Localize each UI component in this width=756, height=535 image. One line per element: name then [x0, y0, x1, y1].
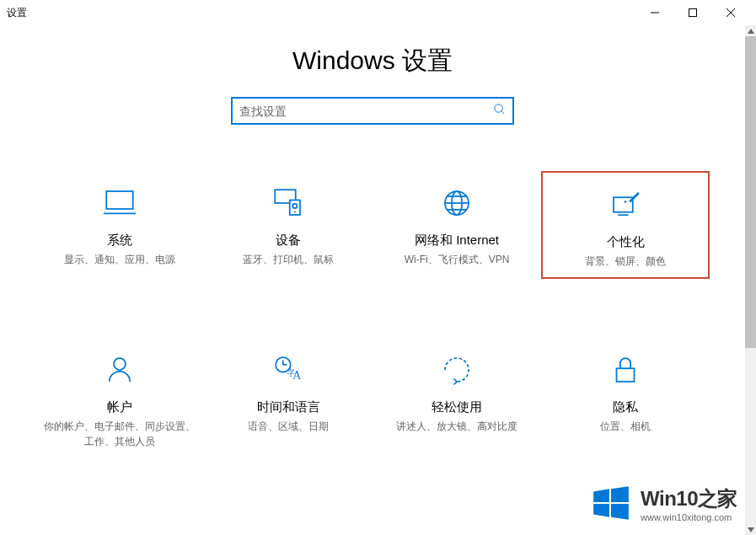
watermark-title: Win10之家: [641, 485, 737, 512]
tile-title: 隐私: [613, 399, 638, 415]
watermark: Win10之家 www.win10xitong.com: [590, 483, 737, 525]
tile-title: 系统: [107, 233, 132, 249]
tile-accounts[interactable]: 帐户 你的帐户、电子邮件、同步设置、工作、其他人员: [35, 338, 204, 457]
globe-icon: [439, 184, 475, 222]
maximize-button[interactable]: [673, 0, 711, 25]
tile-desc: 讲述人、放大镜、高对比度: [396, 419, 517, 434]
svg-rect-1: [689, 9, 696, 17]
main-content: Windows 设置 系统 显示、通知、应用、电源: [0, 25, 745, 535]
tile-network[interactable]: 网络和 Internet Wi-Fi、飞行模式、VPN: [373, 171, 541, 279]
tile-privacy[interactable]: 隐私 位置、相机: [541, 338, 710, 457]
tile-update[interactable]: [35, 516, 204, 535]
scrollbar-thumb[interactable]: [745, 36, 756, 348]
search-wrap: [0, 97, 745, 125]
svg-marker-31: [748, 29, 754, 34]
svg-marker-34: [611, 486, 629, 502]
lock-icon: [608, 350, 643, 389]
svg-marker-33: [593, 489, 609, 502]
tile-desc: 显示、通知、应用、电源: [64, 252, 175, 267]
tile-title: 轻松使用: [432, 399, 482, 415]
tile-title: 网络和 Internet: [415, 233, 499, 249]
search-input[interactable]: [239, 104, 493, 118]
windows-logo-icon: [590, 483, 632, 525]
svg-rect-20: [614, 197, 633, 212]
scrollbar[interactable]: [745, 25, 756, 535]
ease-of-access-icon: [439, 350, 475, 389]
tile-devices[interactable]: 设备 蓝牙、打印机、鼠标: [204, 171, 373, 279]
tile-time-language[interactable]: A字 时间和语言 语音、区域、日期: [204, 338, 373, 457]
minimize-icon: [651, 8, 659, 17]
svg-point-14: [294, 211, 296, 212]
svg-rect-7: [106, 191, 133, 209]
svg-marker-36: [611, 504, 629, 520]
svg-point-24: [114, 358, 126, 370]
maximize-icon: [689, 8, 697, 17]
svg-marker-32: [748, 527, 754, 532]
tile-system[interactable]: 系统 显示、通知、应用、电源: [35, 171, 204, 279]
tile-desc: Wi-Fi、飞行模式、VPN: [405, 252, 510, 267]
scroll-up-icon[interactable]: [745, 25, 756, 36]
close-button[interactable]: [711, 0, 749, 25]
close-icon: [727, 8, 735, 17]
search-box[interactable]: [231, 97, 514, 125]
tile-desc: 背景、锁屏、颜色: [585, 254, 666, 269]
svg-line-6: [501, 111, 504, 114]
devices-icon: [271, 184, 306, 222]
tile-desc: 位置、相机: [600, 419, 651, 434]
scroll-down-icon[interactable]: [745, 524, 756, 535]
svg-marker-35: [593, 504, 609, 517]
tile-title: 帐户: [107, 399, 132, 415]
svg-text:字: 字: [287, 368, 295, 377]
tile-personalization[interactable]: 个性化 背景、锁屏、颜色: [541, 171, 710, 279]
svg-rect-30: [617, 368, 635, 382]
settings-tiles: 系统 显示、通知、应用、电源 设备 蓝牙、打印机、鼠标 网络和 Internet…: [0, 171, 745, 535]
update-icon: [102, 529, 137, 535]
minimize-button[interactable]: [635, 0, 673, 25]
watermark-url: www.win10xitong.com: [641, 512, 737, 522]
tile-title: 设备: [276, 233, 301, 249]
tile-desc: 语音、区域、日期: [248, 419, 329, 434]
page-title: Windows 设置: [0, 44, 745, 78]
window-title: 设置: [7, 6, 27, 20]
system-icon: [102, 184, 137, 222]
tile-desc: 你的帐户、电子邮件、同步设置、工作、其他人员: [40, 419, 200, 449]
personalization-icon: [608, 185, 643, 224]
svg-point-23: [625, 201, 627, 203]
tile-title: 个性化: [607, 234, 645, 250]
tile-desc: 蓝牙、打印机、鼠标: [243, 252, 334, 267]
tile-title: 时间和语言: [257, 399, 320, 415]
time-language-icon: A字: [271, 350, 306, 389]
titlebar: 设置: [0, 0, 756, 25]
tile-ease-of-access[interactable]: 轻松使用 讲述人、放大镜、高对比度: [373, 338, 541, 457]
user-icon: [102, 350, 137, 389]
search-icon: [493, 103, 506, 119]
